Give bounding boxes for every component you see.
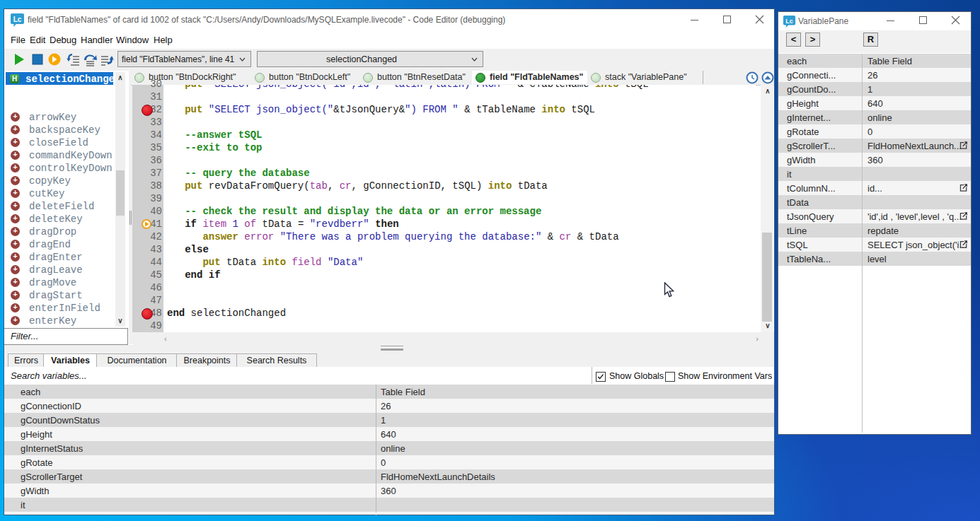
svg-text:Lc: Lc [785, 18, 793, 25]
svg-text:Lc: Lc [13, 16, 22, 23]
